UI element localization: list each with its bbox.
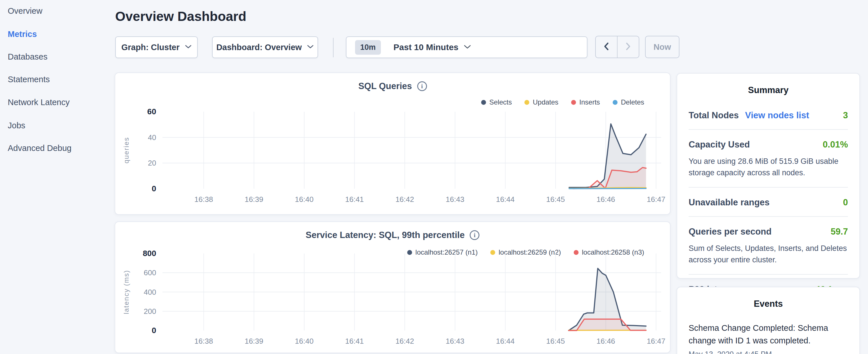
sidebar-item-statements[interactable]: Statements [8,75,50,84]
unavailable-ranges-value: 0 [843,197,848,207]
svg-text:16:41: 16:41 [345,337,364,345]
svg-text:16:39: 16:39 [245,195,264,204]
sidebar-item-network-latency[interactable]: Network Latency [8,98,70,107]
sql-queries-title: SQL Queries [358,81,412,91]
event-timestamp: May 13, 2020 at 4:45 PM [689,350,848,354]
svg-text:60: 60 [147,107,156,116]
svg-text:16:42: 16:42 [396,195,414,204]
chevron-down-icon [185,45,192,50]
svg-text:16:39: 16:39 [245,337,264,345]
event-text: Schema Change Completed: Schema change w… [689,322,848,347]
overview-dashboard-page: { "header": { "title": "Overview Dashboa… [0,0,868,354]
svg-text:16:40: 16:40 [295,195,313,204]
svg-text:800: 800 [143,249,156,258]
summary-row-unavailable-ranges: Unavailable ranges 0 [689,188,848,217]
series-color-dot [571,100,576,105]
time-step-back-button[interactable] [596,36,618,58]
svg-text:16:45: 16:45 [546,195,565,204]
series-color-dot [613,100,618,105]
graph-dropdown[interactable]: Graph: Cluster [115,36,198,58]
svg-text:16:41: 16:41 [345,195,364,204]
capacity-used-value: 0.01% [823,139,848,150]
capacity-used-subtitle: You are using 28.6 MiB of 515.9 GiB usab… [689,156,848,179]
svg-text:16:40: 16:40 [295,337,313,345]
svg-text:16:42: 16:42 [396,337,414,345]
summary-panel-title: Summary [677,74,859,100]
service-latency-title: Service Latency: SQL, 99th percentile [306,230,465,240]
sql-queries-legend: Selects Updates Inserts Deletes [481,98,645,106]
summary-row-queries-per-second: Queries per second 59.7 Sum of Selects, … [689,217,848,275]
summary-panel: Summary Total Nodes View nodes list 3 Ca… [677,73,860,279]
controls-divider [333,38,334,57]
svg-text:16:46: 16:46 [597,195,615,204]
time-step-buttons [595,36,639,58]
svg-text:16:46: 16:46 [597,337,615,345]
svg-text:20: 20 [148,159,156,167]
dashboard-dropdown-label: Dashboard: Overview [216,43,302,52]
info-icon[interactable] [417,81,427,91]
time-step-forward-button[interactable] [618,36,639,58]
events-panel: Events Schema Change Completed: Schema c… [677,287,860,354]
svg-text:latency (ms): latency (ms) [122,270,130,314]
sql-queries-chart[interactable]: 16:3816:3916:4016:4116:4216:4316:4416:45… [115,106,671,215]
svg-text:0: 0 [152,326,156,335]
sql-queries-card: SQL Queries Selects Updates Inserts Dele… [115,72,671,215]
time-window-label: Past 10 Minutes [394,42,459,52]
dashboard-dropdown[interactable]: Dashboard: Overview [212,36,318,58]
chevron-down-icon [464,45,471,50]
svg-text:600: 600 [144,268,156,277]
svg-text:40: 40 [148,133,156,142]
events-panel-title: Events [677,287,859,314]
event-list-item: Schema Change Completed: Schema change w… [689,314,848,354]
series-color-dot [481,100,486,105]
svg-text:16:38: 16:38 [194,195,213,204]
svg-text:16:44: 16:44 [496,195,515,204]
sidebar-item-overview[interactable]: Overview [8,6,42,16]
queries-per-second-subtitle: Sum of Selects, Updates, Inserts, and De… [689,243,848,265]
now-button[interactable]: Now [645,36,679,58]
legend-item: Selects [481,98,512,106]
sidebar-item-databases[interactable]: Databases [8,52,48,62]
chevron-right-icon [625,42,631,52]
view-nodes-list-link[interactable]: View nodes list [745,110,809,121]
graph-dropdown-label: Graph: Cluster [121,43,179,52]
time-window-selector[interactable]: 10m Past 10 Minutes [346,36,587,58]
legend-item: Inserts [571,98,600,106]
svg-text:16:47: 16:47 [647,337,665,345]
svg-text:200: 200 [144,307,156,316]
svg-text:16:38: 16:38 [194,337,213,345]
legend-item: Updates [524,98,558,106]
svg-text:0: 0 [152,184,156,193]
time-window-badge: 10m [355,40,381,55]
svg-text:16:47: 16:47 [647,195,665,204]
svg-text:queries: queries [122,137,130,164]
svg-text:16:45: 16:45 [546,337,565,345]
svg-text:16:44: 16:44 [496,337,515,345]
chevron-down-icon [307,45,314,50]
summary-row-capacity-used: Capacity Used 0.01% You are using 28.6 M… [689,130,848,188]
sidebar-item-jobs[interactable]: Jobs [8,121,25,130]
summary-row-total-nodes: Total Nodes View nodes list 3 [689,100,848,130]
svg-text:400: 400 [144,288,156,296]
service-latency-card: Service Latency: SQL, 99th percentile lo… [115,221,671,353]
page-title: Overview Dashboard [115,9,246,24]
sidebar-item-metrics[interactable]: Metrics [8,30,37,39]
chevron-left-icon [603,42,610,52]
queries-per-second-value: 59.7 [831,227,848,237]
service-latency-chart[interactable]: 16:3816:3916:4016:4116:4216:4316:4416:45… [115,246,671,354]
sidebar-item-advanced-debug[interactable]: Advanced Debug [8,143,72,153]
svg-text:16:43: 16:43 [445,337,464,345]
svg-text:16:43: 16:43 [445,195,464,204]
total-nodes-value: 3 [843,110,848,121]
series-color-dot [524,100,529,105]
info-icon[interactable] [470,230,479,240]
legend-item: Deletes [613,98,644,106]
